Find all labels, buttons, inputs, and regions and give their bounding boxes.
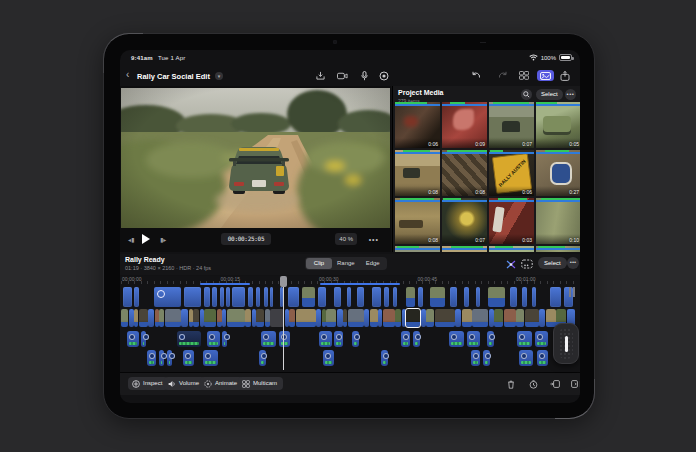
media-item[interactable]: 0:03: [489, 198, 534, 244]
timeline-clip[interactable]: [418, 287, 423, 307]
timeline-clip[interactable]: [370, 309, 378, 327]
timeline-clip[interactable]: [426, 309, 434, 327]
timeline-clip[interactable]: [222, 309, 226, 327]
timeline-clip[interactable]: [139, 309, 148, 327]
timeline-clip[interactable]: [316, 309, 321, 327]
play-button[interactable]: [142, 234, 150, 244]
mode-range[interactable]: Range: [332, 258, 360, 269]
clip-appearance-icon[interactable]: [520, 258, 533, 270]
back-button[interactable]: ‹: [126, 69, 129, 81]
media-item[interactable]: RALLY AUSTIN0:06: [489, 150, 534, 196]
timeline-clip[interactable]: [522, 287, 527, 307]
media-item[interactable]: 0:08: [395, 198, 440, 244]
more-icon[interactable]: [569, 70, 580, 81]
media-item[interactable]: [395, 246, 440, 252]
timeline-clip[interactable]: [184, 287, 201, 307]
timeline-clip[interactable]: [245, 309, 251, 327]
timeline-clip[interactable]: [546, 309, 556, 327]
timeline-clip[interactable]: [154, 287, 181, 307]
timeline-clip[interactable]: [343, 309, 347, 327]
timeline-clip[interactable]: [141, 331, 146, 347]
timeline-clip[interactable]: [450, 287, 457, 307]
redo-icon[interactable]: [497, 70, 509, 81]
timeline-clip[interactable]: [383, 309, 395, 327]
timeline-clip[interactable]: [462, 309, 472, 327]
timeline-clip[interactable]: [334, 331, 343, 347]
timeline-clip[interactable]: [123, 287, 132, 307]
playhead-grip[interactable]: [280, 276, 287, 287]
trash-icon[interactable]: [505, 378, 517, 390]
timeline-clip[interactable]: [155, 309, 159, 327]
timeline-clip[interactable]: [326, 309, 336, 327]
timeline-select-button[interactable]: Select: [538, 257, 567, 269]
timeline-clip[interactable]: [488, 287, 505, 307]
timeline-clip[interactable]: [537, 350, 548, 366]
timeline-clip[interactable]: [421, 309, 426, 327]
timeline-clip[interactable]: [406, 287, 415, 307]
timeline-clip[interactable]: [270, 309, 284, 327]
mode-clip[interactable]: Clip: [306, 258, 332, 269]
timeline-clip[interactable]: [464, 287, 469, 307]
animate-button[interactable]: Animate: [200, 377, 243, 390]
timeline-clip[interactable]: [193, 309, 199, 327]
skip-forward-icon[interactable]: ▮▸: [160, 236, 166, 243]
timeline-clip[interactable]: [472, 309, 488, 327]
undo-icon[interactable]: [470, 70, 482, 81]
timeline-clip[interactable]: [270, 287, 273, 307]
timeline-clip[interactable]: [189, 309, 193, 327]
connect-clips-icon[interactable]: [504, 258, 517, 270]
media-item[interactable]: [489, 246, 534, 252]
timeline-clip[interactable]: [288, 287, 299, 307]
timeline-clip[interactable]: [148, 309, 154, 327]
timeline-clip[interactable]: [204, 287, 210, 307]
timeline-clip[interactable]: [476, 287, 480, 307]
timeline-clip[interactable]: [494, 309, 503, 327]
timecode[interactable]: 00:00:25:05: [221, 233, 271, 245]
media-item[interactable]: 0:09: [442, 102, 487, 148]
timeline-clip[interactable]: [348, 309, 364, 327]
timeline-clip[interactable]: [261, 331, 276, 347]
multicam-button[interactable]: Multicam: [238, 377, 283, 390]
inspect-button[interactable]: Inspect: [128, 377, 168, 390]
timeline-clip[interactable]: [435, 309, 455, 327]
media-item[interactable]: 0:07: [442, 198, 487, 244]
timeline-clip[interactable]: [256, 287, 260, 307]
timeline-area[interactable]: 00:00:0000:00:1500:00:3000:00:4500:01:00: [120, 276, 580, 372]
timeline-clip[interactable]: [212, 287, 217, 307]
timeline-clip[interactable]: [183, 350, 194, 366]
timeline-clip[interactable]: [347, 287, 351, 307]
media-item[interactable]: [536, 246, 580, 252]
timeline-clip[interactable]: [372, 287, 381, 307]
timeline-clip[interactable]: [220, 287, 224, 307]
viewer-more-icon[interactable]: •••: [369, 236, 379, 243]
project-title[interactable]: Rally Car Social Edit: [137, 72, 210, 81]
clip-duration-icon[interactable]: [527, 378, 539, 390]
timeline-clip[interactable]: [285, 309, 289, 327]
timeline-clip[interactable]: [401, 331, 410, 347]
mode-edge[interactable]: Edge: [360, 258, 386, 269]
timeline-clip[interactable]: [177, 331, 201, 347]
timeline-clip[interactable]: [455, 309, 461, 327]
timeline-clip[interactable]: [289, 309, 295, 327]
media-item[interactable]: 0:27: [536, 150, 580, 196]
jog-wheel[interactable]: [553, 323, 579, 364]
timeline-clip[interactable]: [504, 309, 516, 327]
timeline-clip[interactable]: [256, 309, 264, 327]
browser-toggle-icon[interactable]: [537, 70, 554, 81]
volume-button[interactable]: Volume: [164, 377, 205, 390]
timeline-clip[interactable]: [165, 309, 181, 327]
timeline-clip[interactable]: [167, 350, 172, 366]
timeline-clip[interactable]: [395, 309, 401, 327]
media-item[interactable]: [442, 246, 487, 252]
timeline-clip[interactable]: [489, 309, 494, 327]
timeline-clip[interactable]: [402, 309, 406, 327]
media-item[interactable]: 0:07: [489, 102, 534, 148]
timeline-clip[interactable]: [517, 331, 532, 347]
timeline-clip[interactable]: [337, 309, 343, 327]
mic-icon[interactable]: [358, 70, 370, 81]
timeline-clip[interactable]: [159, 350, 164, 366]
timeline-clip[interactable]: [227, 309, 245, 327]
media-item[interactable]: 0:08: [442, 150, 487, 196]
timeline-clip[interactable]: [532, 287, 536, 307]
timeline-clip[interactable]: [302, 287, 315, 307]
